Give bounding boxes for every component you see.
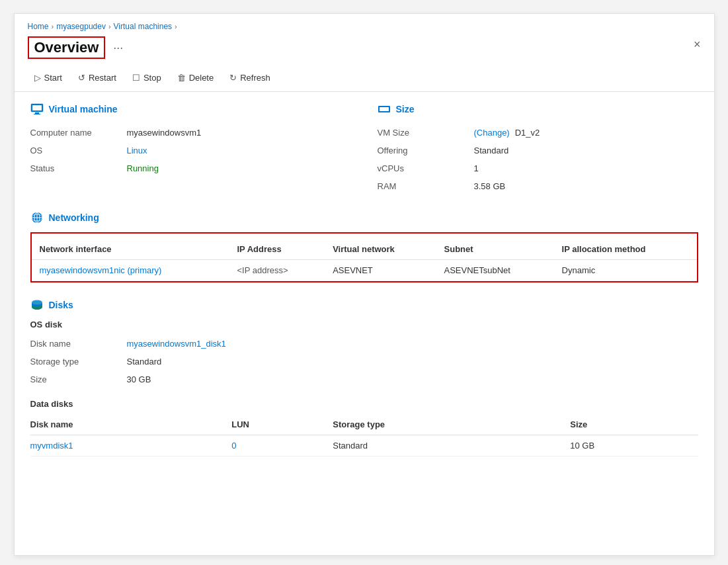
net-col-subnet: Subnet (436, 239, 554, 260)
disk-name-link[interactable]: myasewindowsvm1_disk1 (127, 339, 226, 349)
net-ip-cell: <IP address> (229, 260, 325, 281)
status-row: Status Running (30, 159, 351, 177)
net-allocation-cell: Dynamic (554, 260, 697, 281)
disk-size-row: Size 30 GB (30, 370, 698, 388)
data-disk-name-cell[interactable]: myvmdisk1 (30, 435, 232, 456)
networking-icon (30, 211, 44, 224)
breadcrumb-resource-group[interactable]: myasegpudev (56, 22, 106, 31)
vm-section-header: Virtual machine (30, 103, 351, 116)
page-title: Overview (34, 39, 99, 56)
breadcrumb: Home › myasegpudev › Virtual machines › (15, 14, 714, 34)
disks-header: Disks (30, 298, 698, 312)
disk-name-row: Disk name myasewindowsvm1_disk1 (30, 335, 698, 353)
nic-link[interactable]: myasewindowsvm1nic (primary) (40, 265, 162, 275)
net-vnet-cell: ASEVNET (325, 260, 436, 281)
svg-rect-1 (32, 105, 42, 110)
networking-title: Networking (49, 212, 99, 223)
networking-section: Networking Network interface IP Address … (30, 211, 698, 282)
start-button[interactable]: ▷ Start (28, 69, 69, 86)
net-col-interface: Network interface (32, 239, 229, 260)
ram-row: RAM 3.58 GB (378, 177, 698, 195)
size-info-section: Size VM Size (Change) D1_v2 Offering Sta… (378, 103, 698, 195)
storage-type-row: Storage type Standard (30, 353, 698, 370)
vm-info-section: Virtual machine Computer name myasewindo… (30, 103, 351, 195)
net-col-ip: IP Address (229, 239, 325, 260)
disks-title: Disks (49, 300, 73, 310)
vm-icon (30, 103, 44, 116)
stop-icon: ☐ (132, 73, 140, 83)
offering-row: Offering Standard (378, 142, 698, 159)
data-disk-col-lun: LUN (231, 414, 333, 435)
vm-size-change-link[interactable]: (Change) (474, 128, 510, 138)
os-disk-title: OS disk (30, 320, 698, 329)
refresh-icon: ↻ (229, 73, 237, 83)
svg-point-16 (32, 300, 42, 305)
restart-button[interactable]: ↺ Restart (71, 69, 123, 86)
data-disk-col-storage: Storage type (333, 414, 570, 435)
data-disk-row: myvmdisk1 0 Standard 10 GB (30, 435, 698, 456)
data-disks-title: Data disks (30, 399, 698, 409)
svg-rect-5 (380, 107, 389, 111)
data-disk-size-cell: 10 GB (570, 435, 698, 456)
disks-icon (30, 298, 44, 312)
size-section-title: Size (396, 104, 415, 114)
main-panel: Home › myasegpudev › Virtual machines › … (14, 13, 715, 556)
delete-button[interactable]: 🗑 Delete (171, 69, 221, 86)
start-icon: ▷ (34, 73, 41, 83)
data-disk-col-size: Size (570, 414, 698, 435)
status-value: Running (127, 163, 159, 173)
more-options-button[interactable]: ··· (113, 41, 123, 55)
disks-section: Disks OS disk Disk name myasewindowsvm1_… (30, 298, 698, 456)
content-area: Virtual machine Computer name myasewindo… (15, 92, 714, 483)
breadcrumb-section[interactable]: Virtual machines (114, 22, 173, 31)
vm-size-row: VM Size (Change) D1_v2 (378, 124, 698, 142)
net-col-allocation: IP allocation method (554, 239, 697, 260)
refresh-button[interactable]: ↻ Refresh (223, 69, 277, 86)
title-row: Overview ··· (15, 34, 714, 64)
data-disk-col-name: Disk name (30, 414, 232, 435)
os-link[interactable]: Linux (127, 146, 147, 155)
data-disk-storage-cell: Standard (333, 435, 570, 456)
net-subnet-cell: ASEVNETsubNet (436, 260, 554, 281)
overview-title-box: Overview (28, 36, 106, 59)
network-table-highlight: Network interface IP Address Virtual net… (30, 232, 698, 282)
vcpus-row: vCPUs 1 (378, 159, 698, 177)
restart-icon: ↺ (78, 73, 85, 83)
size-section-header: Size (378, 103, 698, 116)
delete-icon: 🗑 (177, 73, 186, 83)
net-col-vnet: Virtual network (325, 239, 436, 260)
toolbar: ▷ Start ↺ Restart ☐ Stop 🗑 Delete ↻ Refr… (15, 64, 714, 92)
networking-header: Networking (30, 211, 698, 224)
data-disk-lun-cell: 0 (231, 435, 333, 456)
close-button[interactable]: × (694, 38, 701, 52)
computer-name-row: Computer name myasewindowsvm1 (30, 124, 351, 142)
stop-button[interactable]: ☐ Stop (126, 69, 168, 86)
os-row: OS Linux (30, 142, 351, 159)
data-disks-table: Disk name LUN Storage type Size myvmdisk… (30, 414, 698, 456)
vm-section-title: Virtual machine (49, 104, 118, 114)
networking-table: Network interface IP Address Virtual net… (32, 239, 697, 281)
vm-size-section: Virtual machine Computer name myasewindo… (30, 103, 698, 195)
network-row: myasewindowsvm1nic (primary) <IP address… (32, 260, 697, 281)
breadcrumb-home[interactable]: Home (28, 22, 49, 31)
svg-rect-3 (34, 114, 40, 114)
size-icon (378, 103, 391, 116)
net-interface-cell: myasewindowsvm1nic (primary) (32, 260, 229, 281)
svg-rect-2 (35, 112, 39, 114)
